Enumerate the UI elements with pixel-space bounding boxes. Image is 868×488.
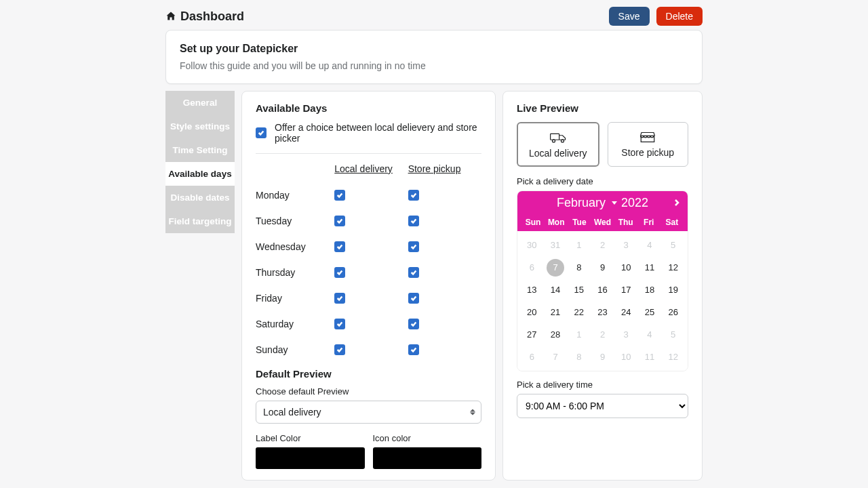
cal-day: 1 [567, 323, 591, 346]
day-local-checkbox[interactable] [334, 190, 345, 201]
cal-day: 12 [661, 346, 685, 368]
chevron-down-icon [612, 201, 617, 205]
sidebar-item-4[interactable]: Disable dates [165, 186, 235, 209]
col-local: Local delivery [334, 163, 408, 174]
cal-day: 7 [544, 346, 568, 368]
cal-day[interactable]: 11 [638, 256, 662, 279]
available-title: Available Days [256, 102, 481, 114]
intro-title: Set up your Datepicker [180, 43, 688, 55]
cal-day[interactable]: 22 [567, 301, 591, 323]
cal-day: 2 [591, 323, 614, 346]
cal-day[interactable]: 26 [661, 301, 685, 323]
day-store-checkbox[interactable] [408, 216, 419, 226]
cal-day[interactable]: 18 [638, 279, 662, 301]
cal-dayname: Sat [660, 218, 684, 227]
select-caret-icon [470, 409, 475, 415]
calendar-next[interactable] [673, 196, 681, 210]
choice-local-delivery[interactable]: Local delivery [517, 122, 599, 167]
cal-day[interactable]: 16 [591, 279, 614, 301]
day-local-checkbox[interactable] [334, 319, 345, 329]
day-name: Thursday [256, 267, 334, 278]
cal-day: 30 [520, 234, 544, 256]
cal-day[interactable]: 10 [614, 256, 638, 279]
cal-day[interactable]: 12 [661, 256, 685, 279]
cal-dayname: Sun [521, 218, 545, 227]
divider [256, 153, 481, 154]
day-store-checkbox[interactable] [408, 190, 419, 201]
calendar: February 2022 SunMonTueWedThuFriSat 3031… [517, 190, 688, 371]
choice-store-pickup[interactable]: Store pickup [608, 122, 689, 167]
cal-dayname: Tue [568, 218, 591, 227]
cal-day[interactable]: 8 [567, 256, 591, 279]
cal-day[interactable]: 21 [544, 301, 568, 323]
page-title: Dashboard [180, 9, 244, 24]
day-store-checkbox[interactable] [408, 293, 419, 304]
label-color-swatch[interactable] [256, 447, 365, 469]
delete-button[interactable]: Delete [656, 7, 703, 26]
home-icon [165, 11, 176, 22]
svg-rect-0 [550, 134, 559, 140]
day-local-checkbox[interactable] [334, 267, 345, 278]
day-local-checkbox[interactable] [334, 344, 345, 355]
truck-icon [549, 130, 567, 145]
cal-day: 4 [638, 323, 662, 346]
cal-day[interactable]: 7 [544, 256, 568, 279]
intro-sub: Follow this guide and you will be up and… [180, 60, 688, 71]
calendar-year: 2022 [621, 196, 648, 210]
day-local-checkbox[interactable] [334, 293, 345, 304]
cal-day: 2 [591, 234, 614, 256]
cal-day: 5 [661, 234, 685, 256]
day-store-checkbox[interactable] [408, 344, 419, 355]
label-color-label: Label Color [256, 433, 365, 443]
save-button[interactable]: Save [609, 7, 650, 26]
day-local-checkbox[interactable] [334, 216, 345, 226]
day-store-checkbox[interactable] [408, 241, 419, 252]
store-icon [639, 129, 656, 144]
offer-choice-checkbox[interactable] [256, 127, 267, 138]
offer-choice-label: Offer a choice between local delievery a… [275, 122, 481, 144]
cal-day[interactable]: 25 [638, 301, 662, 323]
cal-day: 10 [614, 346, 638, 368]
day-store-checkbox[interactable] [408, 267, 419, 278]
icon-color-swatch[interactable] [373, 447, 482, 469]
cal-day[interactable]: 19 [661, 279, 685, 301]
sidebar-item-0[interactable]: General [165, 91, 235, 115]
day-name: Sunday [256, 344, 334, 355]
cal-day[interactable]: 17 [614, 279, 638, 301]
cal-day[interactable]: 24 [614, 301, 638, 323]
sidebar-item-5[interactable]: Field targeting [165, 209, 235, 233]
svg-point-2 [561, 140, 564, 142]
cal-day: 11 [638, 346, 662, 368]
calendar-month-select[interactable]: February [557, 196, 617, 210]
day-name: Monday [256, 190, 334, 201]
cal-day[interactable]: 15 [567, 279, 591, 301]
cal-dayname: Thu [614, 218, 637, 227]
sidebar-item-2[interactable]: Time Setting [165, 138, 235, 162]
live-preview-title: Live Preview [517, 102, 688, 114]
day-name: Wednesday [256, 241, 334, 252]
icon-color-label: Icon color [373, 433, 482, 443]
pick-date-label: Pick a delivery date [517, 176, 688, 186]
cal-day[interactable]: 14 [544, 279, 568, 301]
default-preview-select[interactable]: Local delivery [256, 401, 481, 424]
day-store-checkbox[interactable] [408, 319, 419, 329]
cal-day: 8 [567, 346, 591, 368]
cal-day[interactable]: 20 [520, 301, 544, 323]
cal-day: 4 [638, 234, 662, 256]
cal-day[interactable]: 27 [520, 323, 544, 346]
cal-day: 3 [614, 234, 638, 256]
delivery-time-select[interactable]: 9:00 AM - 6:00 PM [517, 394, 688, 418]
cal-day[interactable]: 28 [544, 323, 568, 346]
cal-day: 31 [544, 234, 568, 256]
cal-day[interactable]: 13 [520, 279, 544, 301]
cal-day: 6 [520, 346, 544, 368]
cal-day[interactable]: 23 [591, 301, 614, 323]
default-preview-title: Default Preview [256, 368, 481, 380]
sidebar-item-1[interactable]: Style settings [165, 115, 235, 138]
pick-time-label: Pick a delivery time [517, 380, 688, 390]
cal-dayname: Wed [591, 218, 614, 227]
day-local-checkbox[interactable] [334, 241, 345, 252]
cal-day[interactable]: 9 [591, 256, 614, 279]
cal-day: 9 [591, 346, 614, 368]
sidebar-item-3[interactable]: Available days [165, 162, 235, 186]
